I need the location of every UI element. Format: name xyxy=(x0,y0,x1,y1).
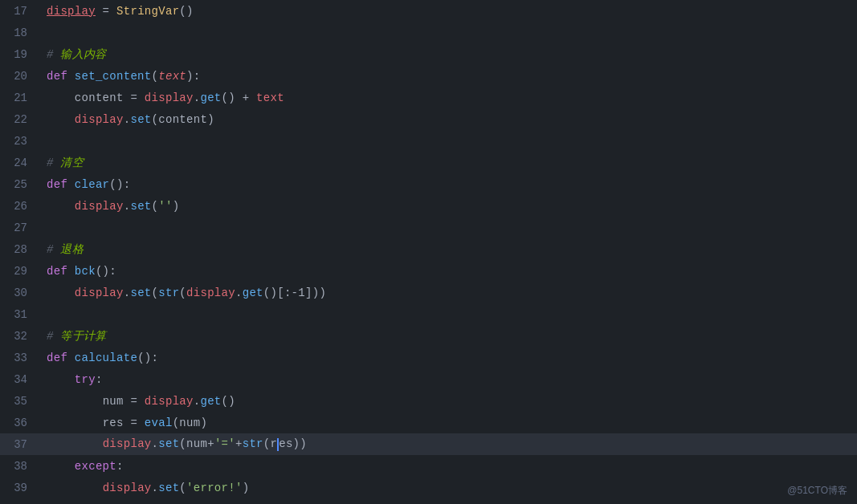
line-num-34: 34 xyxy=(0,373,40,386)
code-line-22: 22 display.set(content) xyxy=(0,108,857,130)
line-num-24: 24 xyxy=(0,156,40,169)
code-line-24: 24 # 清空 xyxy=(0,152,857,173)
code-line-30: 30 display.set(str(display.get()[:-1])) xyxy=(0,282,857,303)
code-line-31: 31 xyxy=(0,303,857,325)
line-num-31: 31 xyxy=(0,308,40,321)
code-line-17: 17 display = StringVar() xyxy=(0,0,857,22)
line-num-17: 17 xyxy=(0,5,40,18)
line-content-35: num = display.get() xyxy=(40,395,857,408)
line-num-22: 22 xyxy=(0,113,40,126)
line-num-35: 35 xyxy=(0,395,40,408)
line-num-36: 36 xyxy=(0,417,40,429)
line-content-29: def bck(): xyxy=(40,265,857,278)
code-line-33: 33 def calculate(): xyxy=(0,347,857,368)
line-content-25: def clear(): xyxy=(40,178,857,191)
code-line-39: 39 display.set('error!') xyxy=(0,477,857,498)
code-line-36: 36 res = eval(num) xyxy=(0,412,857,433)
line-num-26: 26 xyxy=(0,200,40,213)
line-num-38: 38 xyxy=(0,460,40,473)
code-line-40: 40 xyxy=(0,498,857,504)
line-num-33: 33 xyxy=(0,352,40,364)
line-content-22: display.set(content) xyxy=(40,113,857,126)
line-num-25: 25 xyxy=(0,178,40,191)
line-content-37: display.set(num+'='+str(res)) xyxy=(40,437,857,450)
line-content-28: # 退格 xyxy=(40,242,857,257)
line-content-30: display.set(str(display.get()[:-1])) xyxy=(40,287,857,299)
code-line-29: 29 def bck(): xyxy=(0,260,857,282)
code-line-35: 35 num = display.get() xyxy=(0,390,857,412)
code-editor: 17 display = StringVar() 18 19 # 输入内容 20… xyxy=(0,0,857,504)
line-num-23: 23 xyxy=(0,135,40,148)
line-content-33: def calculate(): xyxy=(40,352,857,364)
line-num-21: 21 xyxy=(0,91,40,104)
line-content-34: try: xyxy=(40,373,857,386)
code-line-34: 34 try: xyxy=(0,368,857,390)
code-line-28: 28 # 退格 xyxy=(0,238,857,260)
line-num-37: 37 xyxy=(0,438,40,451)
code-line-26: 26 display.set('') xyxy=(0,195,857,217)
line-num-19: 19 xyxy=(0,48,40,61)
line-content-19: # 输入内容 xyxy=(40,47,857,62)
code-line-21: 21 content = display.get() + text xyxy=(0,87,857,108)
line-num-32: 32 xyxy=(0,330,40,343)
line-content-24: # 清空 xyxy=(40,156,857,170)
line-num-39: 39 xyxy=(0,482,40,494)
code-line-37: 37 display.set(num+'='+str(res)) xyxy=(0,433,857,455)
code-line-23: 23 xyxy=(0,130,857,152)
watermark: @51CTO博客 xyxy=(787,484,847,498)
line-content-38: except: xyxy=(40,460,857,473)
code-line-19: 19 # 输入内容 xyxy=(0,43,857,65)
code-line-38: 38 except: xyxy=(0,455,857,477)
line-num-27: 27 xyxy=(0,222,40,234)
code-line-32: 32 # 等于计算 xyxy=(0,325,857,347)
code-line-18: 18 xyxy=(0,22,857,43)
line-num-28: 28 xyxy=(0,243,40,256)
line-content-36: res = eval(num) xyxy=(40,417,857,429)
line-content-20: def set_content(text): xyxy=(40,70,857,83)
code-line-27: 27 xyxy=(0,217,857,238)
line-content-21: content = display.get() + text xyxy=(40,91,857,104)
line-num-29: 29 xyxy=(0,265,40,278)
line-content-26: display.set('') xyxy=(40,200,857,213)
line-content-39: display.set('error!') xyxy=(40,482,857,494)
line-num-20: 20 xyxy=(0,70,40,83)
code-line-25: 25 def clear(): xyxy=(0,173,857,195)
line-content-17: display = StringVar() xyxy=(40,5,857,18)
line-content-32: # 等于计算 xyxy=(40,329,857,343)
line-num-30: 30 xyxy=(0,287,40,299)
code-line-20: 20 def set_content(text): xyxy=(0,65,857,87)
line-num-18: 18 xyxy=(0,26,40,39)
